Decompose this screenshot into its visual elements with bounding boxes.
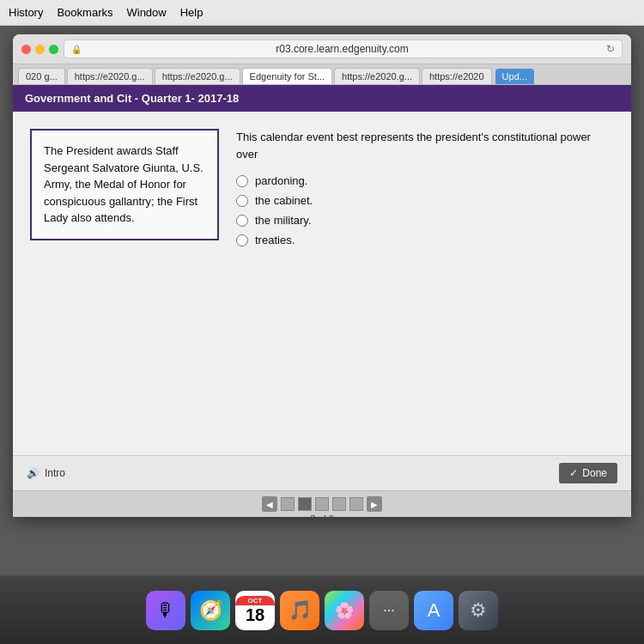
option-treaties-label: treaties.: [255, 234, 295, 246]
page-square-3[interactable]: [315, 497, 329, 511]
calendar-icon[interactable]: OCT 18: [235, 591, 275, 630]
lock-icon: 🔒: [71, 45, 82, 54]
answer-options: pardoning. the cabinet. the military. tr…: [236, 174, 614, 246]
option-military[interactable]: the military.: [236, 214, 614, 227]
prev-page-button[interactable]: ◀: [262, 496, 277, 512]
menu-item-window[interactable]: Window: [126, 6, 166, 19]
tab-2[interactable]: https://e2020.g...: [67, 68, 153, 84]
siri-icon[interactable]: 🎙: [146, 591, 185, 630]
menu-bar: History Bookmarks Window Help: [0, 0, 644, 26]
scenario-text: The President awards Staff Sergeant Salv…: [44, 144, 204, 224]
tab-1[interactable]: 020 g...: [18, 68, 65, 84]
page-header: Government and Cit - Quarter 1- 2017-18: [13, 85, 631, 112]
music-icon[interactable]: 🎵: [280, 591, 319, 630]
page-square-1[interactable]: [281, 497, 295, 511]
checkmark-icon: ✓: [569, 467, 578, 479]
option-military-label: the military.: [255, 214, 312, 227]
more-icon[interactable]: ···: [369, 591, 409, 630]
browser-toolbar: 🔒 r03.core.learn.edgenuity.com ↻: [13, 34, 631, 64]
option-cabinet[interactable]: the cabinet.: [236, 194, 614, 207]
tab-edgenuity[interactable]: Edgenuity for St...: [242, 68, 332, 84]
intro-label: Intro: [45, 467, 65, 479]
menu-item-bookmarks[interactable]: Bookmarks: [57, 6, 112, 19]
address-bar[interactable]: 🔒 r03.core.learn.edgenuity.com ↻: [64, 39, 623, 58]
browser-window: 🔒 r03.core.learn.edgenuity.com ↻ 020 g..…: [13, 34, 631, 517]
menu-item-history[interactable]: History: [9, 6, 43, 19]
calendar-day: 18: [246, 605, 264, 625]
bottom-nav: 🔊 Intro ✓ Done: [13, 455, 631, 490]
page-square-4[interactable]: [332, 497, 346, 511]
system-prefs-icon[interactable]: ⚙: [459, 591, 498, 630]
next-page-button[interactable]: ▶: [367, 496, 382, 512]
tab-4[interactable]: https://e2020.g...: [334, 68, 420, 84]
calendar-month: OCT: [235, 596, 275, 605]
speaker-icon: 🔊: [27, 467, 39, 479]
tab-update[interactable]: Upd...: [495, 69, 534, 84]
content-area: The President awards Staff Sergeant Salv…: [13, 112, 631, 455]
page-count: 3 of 6: [310, 513, 334, 517]
scenario-box: The President awards Staff Sergeant Salv…: [30, 129, 219, 240]
safari-icon[interactable]: 🧭: [191, 591, 230, 630]
dock: 🎙 🧭 OCT 18 🎵 🌸 ··· A ⚙: [0, 575, 644, 644]
done-label: Done: [582, 467, 607, 479]
question-prompt: This calendar event best represents the …: [236, 129, 614, 162]
option-pardoning[interactable]: pardoning.: [236, 174, 614, 187]
radio-military[interactable]: [236, 215, 248, 227]
page-square-5[interactable]: [349, 497, 363, 511]
done-button[interactable]: ✓ Done: [559, 463, 617, 483]
menu-item-help[interactable]: Help: [180, 6, 204, 19]
refresh-button[interactable]: ↻: [606, 43, 615, 55]
question-container: The President awards Staff Sergeant Salv…: [30, 129, 614, 246]
window-controls: [21, 45, 58, 54]
minimize-button[interactable]: [35, 45, 45, 54]
question-right: This calendar event best represents the …: [236, 129, 614, 246]
radio-cabinet[interactable]: [236, 195, 248, 207]
option-treaties[interactable]: treaties.: [236, 234, 614, 246]
photos-icon[interactable]: 🌸: [325, 591, 364, 630]
maximize-button[interactable]: [49, 45, 58, 54]
tab-5[interactable]: https://e2020: [422, 68, 492, 84]
url-text: r03.core.learn.edgenuity.com: [86, 43, 598, 55]
option-cabinet-label: the cabinet.: [255, 194, 313, 207]
tab-3[interactable]: https://e2020.g...: [155, 68, 240, 84]
close-button[interactable]: [21, 45, 31, 54]
page-square-2[interactable]: [298, 497, 312, 511]
appstore-icon[interactable]: A: [414, 591, 453, 630]
page-title: Government and Cit - Quarter 1- 2017-18: [25, 92, 239, 105]
intro-button[interactable]: 🔊 Intro: [27, 467, 65, 479]
pagination-bar: ◀ ▶ 3 of 6: [13, 490, 631, 517]
radio-treaties[interactable]: [236, 234, 248, 246]
radio-pardoning[interactable]: [236, 175, 248, 187]
option-pardoning-label: pardoning.: [255, 174, 307, 187]
browser-tabs: 020 g... https://e2020.g... https://e202…: [13, 64, 631, 85]
